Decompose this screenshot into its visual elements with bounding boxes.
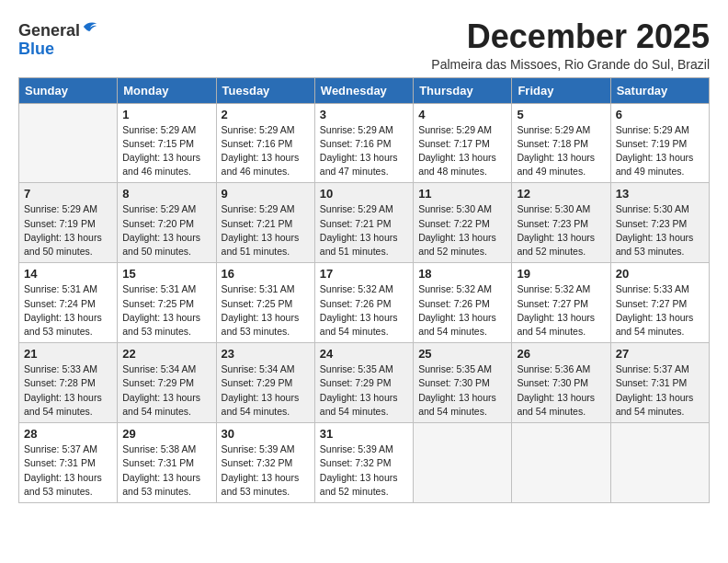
day-info: Sunrise: 5:37 AMSunset: 7:31 PMDaylight:…: [616, 362, 704, 419]
day-number: 16: [222, 267, 310, 281]
calendar-day-cell: [512, 423, 610, 503]
weekday-header-cell: Monday: [118, 77, 216, 103]
calendar-day-cell: 14Sunrise: 5:31 AMSunset: 7:24 PMDayligh…: [19, 263, 118, 343]
calendar-day-cell: 25Sunrise: 5:35 AMSunset: 7:30 PMDayligh…: [414, 343, 512, 423]
day-info: Sunrise: 5:33 AMSunset: 7:28 PMDaylight:…: [24, 362, 112, 419]
calendar-day-cell: 3Sunrise: 5:29 AMSunset: 7:16 PMDaylight…: [314, 103, 413, 183]
calendar-day-cell: 11Sunrise: 5:30 AMSunset: 7:22 PMDayligh…: [414, 183, 512, 263]
logo-bird-icon: [82, 18, 98, 35]
day-number: 12: [517, 187, 605, 201]
calendar-day-cell: 27Sunrise: 5:37 AMSunset: 7:31 PMDayligh…: [610, 343, 709, 423]
logo: General Blue: [18, 22, 98, 59]
weekday-header-cell: Thursday: [414, 77, 512, 103]
calendar-day-cell: 15Sunrise: 5:31 AMSunset: 7:25 PMDayligh…: [118, 263, 216, 343]
title-block: December 2025 Palmeira das Missoes, Rio …: [431, 18, 710, 72]
day-number: 19: [517, 267, 605, 281]
day-number: 8: [122, 187, 210, 201]
day-number: 20: [616, 267, 704, 281]
location-subtitle: Palmeira das Missoes, Rio Grande do Sul,…: [431, 57, 710, 72]
day-number: 14: [24, 267, 112, 281]
day-number: 24: [320, 347, 408, 361]
weekday-header-row: SundayMondayTuesdayWednesdayThursdayFrid…: [19, 77, 710, 103]
day-number: 26: [517, 347, 605, 361]
day-number: 10: [320, 187, 408, 201]
calendar-day-cell: 30Sunrise: 5:39 AMSunset: 7:32 PMDayligh…: [216, 423, 314, 503]
day-info: Sunrise: 5:30 AMSunset: 7:23 PMDaylight:…: [616, 202, 704, 259]
logo-general: General: [18, 22, 80, 40]
calendar-week-row: 21Sunrise: 5:33 AMSunset: 7:28 PMDayligh…: [19, 343, 710, 423]
day-number: 13: [616, 187, 704, 201]
day-number: 21: [24, 347, 112, 361]
day-info: Sunrise: 5:29 AMSunset: 7:21 PMDaylight:…: [222, 202, 310, 259]
calendar-table: SundayMondayTuesdayWednesdayThursdayFrid…: [18, 77, 710, 503]
day-number: 3: [320, 108, 408, 121]
day-number: 17: [320, 267, 408, 281]
calendar-day-cell: 13Sunrise: 5:30 AMSunset: 7:23 PMDayligh…: [610, 183, 709, 263]
day-info: Sunrise: 5:30 AMSunset: 7:23 PMDaylight:…: [517, 202, 605, 259]
calendar-week-row: 1Sunrise: 5:29 AMSunset: 7:15 PMDaylight…: [19, 103, 710, 183]
day-info: Sunrise: 5:33 AMSunset: 7:27 PMDaylight:…: [616, 282, 704, 339]
day-info: Sunrise: 5:35 AMSunset: 7:30 PMDaylight:…: [418, 362, 506, 419]
weekday-header-cell: Tuesday: [216, 77, 314, 103]
calendar-day-cell: 18Sunrise: 5:32 AMSunset: 7:26 PMDayligh…: [414, 263, 512, 343]
day-number: 30: [222, 427, 310, 441]
day-info: Sunrise: 5:31 AMSunset: 7:25 PMDaylight:…: [122, 282, 210, 339]
day-info: Sunrise: 5:29 AMSunset: 7:16 PMDaylight:…: [222, 123, 310, 179]
month-title: December 2025: [431, 18, 710, 55]
day-info: Sunrise: 5:29 AMSunset: 7:19 PMDaylight:…: [24, 202, 112, 259]
day-info: Sunrise: 5:34 AMSunset: 7:29 PMDaylight:…: [122, 362, 210, 419]
day-number: 9: [222, 187, 310, 201]
day-info: Sunrise: 5:32 AMSunset: 7:27 PMDaylight:…: [517, 282, 605, 339]
calendar-day-cell: 4Sunrise: 5:29 AMSunset: 7:17 PMDaylight…: [414, 103, 512, 183]
day-info: Sunrise: 5:38 AMSunset: 7:31 PMDaylight:…: [122, 442, 210, 499]
day-info: Sunrise: 5:39 AMSunset: 7:32 PMDaylight:…: [320, 442, 408, 499]
calendar-day-cell: 10Sunrise: 5:29 AMSunset: 7:21 PMDayligh…: [314, 183, 413, 263]
day-info: Sunrise: 5:29 AMSunset: 7:17 PMDaylight:…: [418, 123, 506, 179]
logo-blue: Blue: [18, 40, 54, 58]
day-number: 1: [122, 108, 210, 121]
day-number: 29: [122, 427, 210, 441]
day-info: Sunrise: 5:29 AMSunset: 7:20 PMDaylight:…: [122, 202, 210, 259]
calendar-week-row: 14Sunrise: 5:31 AMSunset: 7:24 PMDayligh…: [19, 263, 710, 343]
day-number: 7: [24, 187, 112, 201]
page-header: General Blue December 2025 Palmeira das …: [18, 18, 710, 72]
day-number: 23: [222, 347, 310, 361]
calendar-day-cell: 16Sunrise: 5:31 AMSunset: 7:25 PMDayligh…: [216, 263, 314, 343]
calendar-day-cell: 21Sunrise: 5:33 AMSunset: 7:28 PMDayligh…: [19, 343, 118, 423]
calendar-day-cell: 1Sunrise: 5:29 AMSunset: 7:15 PMDaylight…: [118, 103, 216, 183]
calendar-day-cell: 2Sunrise: 5:29 AMSunset: 7:16 PMDaylight…: [216, 103, 314, 183]
calendar-day-cell: 5Sunrise: 5:29 AMSunset: 7:18 PMDaylight…: [512, 103, 610, 183]
day-info: Sunrise: 5:29 AMSunset: 7:18 PMDaylight:…: [517, 123, 605, 179]
day-info: Sunrise: 5:29 AMSunset: 7:15 PMDaylight:…: [122, 123, 210, 179]
calendar-week-row: 7Sunrise: 5:29 AMSunset: 7:19 PMDaylight…: [19, 183, 710, 263]
day-info: Sunrise: 5:35 AMSunset: 7:29 PMDaylight:…: [320, 362, 408, 419]
day-number: 31: [320, 427, 408, 441]
day-info: Sunrise: 5:36 AMSunset: 7:30 PMDaylight:…: [517, 362, 605, 419]
calendar-day-cell: 19Sunrise: 5:32 AMSunset: 7:27 PMDayligh…: [512, 263, 610, 343]
calendar-day-cell: 6Sunrise: 5:29 AMSunset: 7:19 PMDaylight…: [610, 103, 709, 183]
day-number: 5: [517, 108, 605, 121]
calendar-day-cell: 22Sunrise: 5:34 AMSunset: 7:29 PMDayligh…: [118, 343, 216, 423]
day-number: 15: [122, 267, 210, 281]
day-number: 25: [418, 347, 506, 361]
calendar-day-cell: 31Sunrise: 5:39 AMSunset: 7:32 PMDayligh…: [314, 423, 413, 503]
calendar-day-cell: 8Sunrise: 5:29 AMSunset: 7:20 PMDaylight…: [118, 183, 216, 263]
calendar-body: 1Sunrise: 5:29 AMSunset: 7:15 PMDaylight…: [19, 103, 710, 502]
weekday-header-cell: Wednesday: [314, 77, 413, 103]
weekday-header-cell: Sunday: [19, 77, 118, 103]
calendar-day-cell: [19, 103, 118, 183]
calendar-day-cell: 20Sunrise: 5:33 AMSunset: 7:27 PMDayligh…: [610, 263, 709, 343]
calendar-day-cell: [414, 423, 512, 503]
day-info: Sunrise: 5:31 AMSunset: 7:24 PMDaylight:…: [24, 282, 112, 339]
day-info: Sunrise: 5:29 AMSunset: 7:21 PMDaylight:…: [320, 202, 408, 259]
calendar-day-cell: 23Sunrise: 5:34 AMSunset: 7:29 PMDayligh…: [216, 343, 314, 423]
weekday-header-cell: Friday: [512, 77, 610, 103]
calendar-day-cell: 17Sunrise: 5:32 AMSunset: 7:26 PMDayligh…: [314, 263, 413, 343]
day-number: 2: [222, 108, 310, 121]
calendar-day-cell: 29Sunrise: 5:38 AMSunset: 7:31 PMDayligh…: [118, 423, 216, 503]
day-info: Sunrise: 5:34 AMSunset: 7:29 PMDaylight:…: [222, 362, 310, 419]
calendar-day-cell: 12Sunrise: 5:30 AMSunset: 7:23 PMDayligh…: [512, 183, 610, 263]
day-info: Sunrise: 5:30 AMSunset: 7:22 PMDaylight:…: [418, 202, 506, 259]
day-number: 27: [616, 347, 704, 361]
day-info: Sunrise: 5:39 AMSunset: 7:32 PMDaylight:…: [222, 442, 310, 499]
